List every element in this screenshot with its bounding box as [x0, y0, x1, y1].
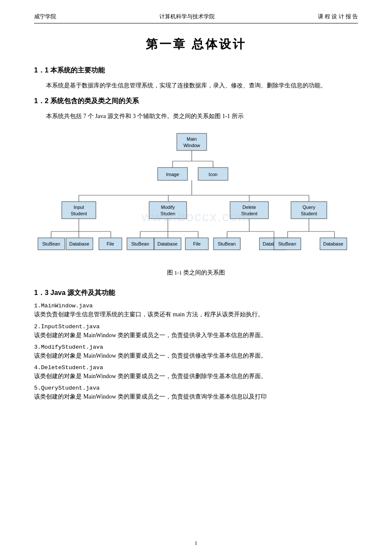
list-item-3-title: 3.ModifyStudent.java	[34, 344, 358, 350]
header-left: 咸宁学院	[34, 13, 56, 20]
diagram-container: .box { fill: #c8dff0; stroke: #555; stro…	[34, 129, 358, 284]
label-file2: File	[193, 241, 201, 246]
label-input1: Input	[74, 205, 84, 210]
label-delete1: Delete	[242, 205, 256, 210]
list-item-4: 4.DeleteStudent.java 该类创建的对象是 MainWindow…	[34, 364, 358, 382]
section-1-2-para: 本系统共包括 7 个 Java 源文件和 3 个辅助文件。类之间的关系如图 1-…	[34, 111, 358, 121]
label-modify1: Modify	[161, 205, 175, 210]
list-item-1-desc: 该类负责创建学生信息管理系统的主窗口，该类还有 main 方法，程序从该类开始执…	[34, 309, 358, 320]
list-item-4-title: 4.DeleteStudent.java	[34, 364, 358, 371]
list-item-2: 2.InputStudent.java 该类创建的对象是 MainWindow …	[34, 324, 358, 341]
label-file1: File	[107, 241, 114, 246]
node-modify-student	[149, 202, 187, 219]
node-delete-student	[230, 202, 268, 219]
list-item-5-title: 5.QueryStudent.java	[34, 385, 358, 391]
section-heading-1-2: 1．2 系统包含的类及类之间的关系	[34, 97, 358, 106]
class-diagram-svg: .box { fill: #c8dff0; stroke: #555; stro…	[36, 129, 356, 266]
list-item-1-title: 1.MainWindow.java	[34, 303, 358, 309]
list-item-3: 3.ModifyStudent.java 该类创建的对象是 MainWindow…	[34, 344, 358, 361]
list-item-4-desc: 该类创建的对象是 MainWindow 类的重要成员之一，负责提供删除学生基本信…	[34, 371, 358, 382]
list-item-2-desc: 该类创建的对象是 MainWindow 类的重要成员之一，负责提供录入学生基本信…	[34, 330, 358, 341]
page-number: 1	[0, 540, 392, 546]
label-stubean3: StuBean	[218, 241, 236, 246]
label-stubean1: StuBean	[42, 241, 60, 246]
node-main-window	[177, 133, 207, 150]
label-database2: Database	[157, 241, 177, 246]
label-stubean4: StuBean	[278, 241, 296, 246]
label-image: Image	[166, 172, 179, 177]
node-input-student	[62, 202, 96, 219]
diagram-caption: 图 1-1 类之间的关系图	[167, 269, 225, 277]
label-database4: Database	[323, 241, 343, 246]
label-query1: Query	[303, 205, 315, 210]
label-stubean2: StuBean	[131, 241, 149, 246]
label-icon: Icon	[209, 172, 218, 177]
section-heading-1-3: 1．3 Java 源文件及其功能	[34, 289, 358, 298]
label-query2: Student	[301, 211, 317, 216]
label-modify2: Studen	[161, 211, 176, 216]
label-main-window2: Window	[183, 143, 200, 148]
chapter-title: 第一章 总体设计	[34, 36, 358, 52]
list-item-1: 1.MainWindow.java 该类负责创建学生信息管理系统的主窗口，该类还…	[34, 303, 358, 320]
list-item-5-desc: 该类创建的对象是 MainWindow 类的重要成员之一，负责提供查询学生基本信…	[34, 391, 358, 402]
label-main-window: Main	[187, 136, 197, 142]
page: www.boccx.com 咸宁学院 计算机科学与技术学院 课 程 设 计 报 …	[0, 0, 392, 555]
section-1-1-para: 本系统是基于数据库的学生信息管理系统，实现了连接数据库，录入、修改、查询、删除学…	[34, 80, 358, 91]
section-heading-1-1: 1．1 本系统的主要功能	[34, 66, 358, 75]
list-item-3-desc: 该类创建的对象是 MainWindow 类的重要成员之一，负责提供修改学生基本信…	[34, 350, 358, 361]
list-item-2-title: 2.InputStudent.java	[34, 324, 358, 330]
node-query-student	[291, 202, 327, 219]
page-header: 咸宁学院 计算机科学与技术学院 课 程 设 计 报 告	[34, 13, 358, 23]
header-right: 课 程 设 计 报 告	[318, 13, 358, 20]
label-database1: Database	[69, 241, 89, 246]
label-input2: Student	[71, 211, 87, 216]
label-delete2: Student	[241, 211, 257, 216]
list-item-5: 5.QueryStudent.java 该类创建的对象是 MainWindow …	[34, 385, 358, 402]
header-center: 计算机科学与技术学院	[159, 13, 215, 20]
